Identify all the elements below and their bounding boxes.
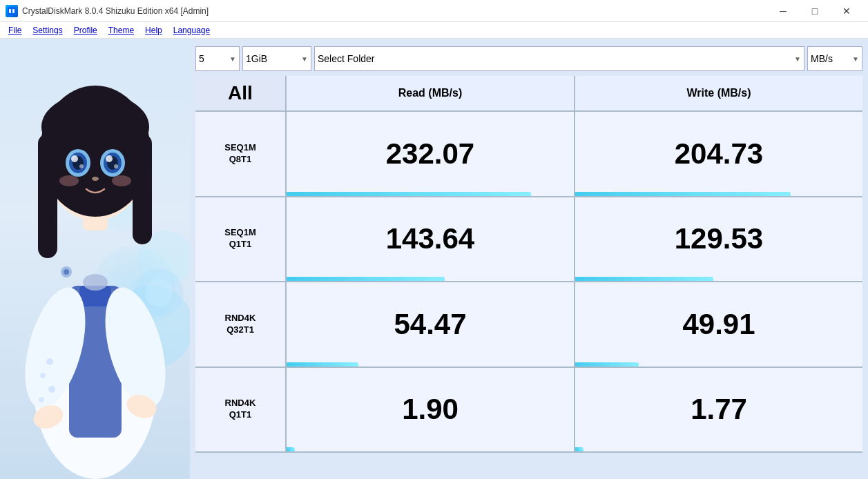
size-value: 1GiB xyxy=(246,53,267,64)
row-4-label: RND4K Q1T1 xyxy=(195,368,285,452)
folder-select[interactable]: Select Folder ▼ xyxy=(314,46,804,71)
write-header: Write (MB/s) xyxy=(686,87,751,99)
row-4-write-cell: 1.77 xyxy=(575,368,862,452)
row-4-read-cell: 1.90 xyxy=(287,368,574,452)
runs-value: 5 xyxy=(199,53,204,64)
menu-help[interactable]: Help xyxy=(139,24,168,37)
size-chevron-icon: ▼ xyxy=(301,55,308,63)
svg-point-6 xyxy=(145,279,173,306)
row-1-label-line1: SEQ1M xyxy=(224,142,256,154)
svg-point-43 xyxy=(48,386,55,393)
maximize-button[interactable]: □ xyxy=(799,0,831,22)
row-3-write-value: 49.91 xyxy=(682,310,755,339)
row-2-label-line1: SEQ1M xyxy=(224,227,256,239)
bottom-row xyxy=(195,453,862,473)
row-2-read-cell: 143.64 xyxy=(287,197,574,282)
svg-point-35 xyxy=(112,175,131,186)
svg-rect-1 xyxy=(9,9,11,13)
row-3-label-line1: RND4K xyxy=(225,313,256,324)
row-4-label-line2: Q1T1 xyxy=(229,409,252,421)
close-button[interactable]: ✕ xyxy=(831,0,862,22)
row-1-write-value: 204.73 xyxy=(675,139,763,168)
svg-point-26 xyxy=(71,155,78,162)
row-1-write-cell: 204.73 xyxy=(575,112,862,196)
size-select[interactable]: 1GiB ▼ xyxy=(242,46,311,71)
title-bar: CrystalDiskMark 8.0.4 Shizuku Edition x6… xyxy=(0,0,868,22)
runs-select[interactable]: 5 ▼ xyxy=(195,46,240,71)
svg-point-27 xyxy=(79,164,84,168)
read-header: Read (MB/s) xyxy=(398,87,462,99)
svg-point-17 xyxy=(41,92,149,162)
row-1-read-bar xyxy=(287,192,531,196)
svg-point-42 xyxy=(40,373,46,378)
benchmark-panel: 5 ▼ 1GiB ▼ Select Folder ▼ MB/s ▼ A xyxy=(190,39,868,479)
row-3-label-line2: Q32T1 xyxy=(226,324,254,336)
row-4-read-value: 1.90 xyxy=(402,395,459,424)
unit-chevron-icon: ▼ xyxy=(852,55,859,63)
svg-point-41 xyxy=(46,358,53,365)
row-1-read-value: 232.07 xyxy=(386,139,474,168)
folder-chevron-icon: ▼ xyxy=(794,55,801,63)
svg-rect-0 xyxy=(8,7,16,15)
row-4-read-bar xyxy=(287,447,295,451)
menu-file[interactable]: File xyxy=(3,24,27,37)
menu-theme[interactable]: Theme xyxy=(103,24,139,37)
svg-point-32 xyxy=(114,164,118,168)
row-2-write-value: 129.53 xyxy=(675,224,763,253)
svg-rect-16 xyxy=(133,134,152,244)
svg-point-44 xyxy=(39,397,44,402)
row-1-read-cell: 232.07 xyxy=(287,112,574,196)
toolbar-row: 5 ▼ 1GiB ▼ Select Folder ▼ MB/s ▼ xyxy=(195,44,862,73)
svg-point-31 xyxy=(106,155,113,162)
svg-point-33 xyxy=(92,177,99,181)
all-label[interactable]: All xyxy=(228,84,253,103)
menu-language[interactable]: Language xyxy=(168,24,215,37)
corner-cell: All xyxy=(195,76,285,110)
menu-profile[interactable]: Profile xyxy=(68,24,103,37)
character-art xyxy=(0,51,190,479)
row-2-label: SEQ1M Q1T1 xyxy=(195,197,285,282)
row-3-read-cell: 54.47 xyxy=(287,282,574,366)
row-2-write-cell: 129.53 xyxy=(575,197,862,282)
row-2-read-bar xyxy=(287,277,445,281)
menu-bar: File Settings Profile Theme Help Languag… xyxy=(0,22,868,39)
svg-rect-2 xyxy=(12,9,15,13)
row-2-label-line2: Q1T1 xyxy=(229,239,252,251)
runs-chevron-icon: ▼ xyxy=(229,55,236,63)
menu-settings[interactable]: Settings xyxy=(27,24,68,37)
row-3-read-bar xyxy=(287,362,358,366)
character-panel xyxy=(0,39,190,479)
svg-point-34 xyxy=(59,175,79,186)
folder-value: Select Folder xyxy=(318,53,374,64)
app-icon xyxy=(6,5,18,17)
row-1-write-bar xyxy=(575,192,791,196)
unit-value: MB/s xyxy=(811,53,833,64)
svg-point-36 xyxy=(83,274,108,291)
main-content: 5 ▼ 1GiB ▼ Select Folder ▼ MB/s ▼ A xyxy=(0,39,868,479)
read-header-cell: Read (MB/s) xyxy=(287,76,574,110)
window-title: CrystalDiskMark 8.0.4 Shizuku Edition x6… xyxy=(22,6,209,16)
row-4-label-line1: RND4K xyxy=(225,398,256,409)
svg-point-38 xyxy=(64,269,69,275)
benchmark-grid: All Read (MB/s) Write (MB/s) SEQ1M Q8T1 … xyxy=(195,76,862,473)
row-2-write-bar xyxy=(575,277,713,281)
row-4-write-bar xyxy=(575,447,584,451)
row-3-write-bar xyxy=(575,362,639,366)
minimize-button[interactable]: ─ xyxy=(767,0,799,22)
row-3-write-cell: 49.91 xyxy=(575,282,862,366)
write-header-cell: Write (MB/s) xyxy=(575,76,862,110)
svg-rect-15 xyxy=(38,134,57,258)
row-3-read-value: 54.47 xyxy=(394,310,466,339)
row-1-label-line2: Q8T1 xyxy=(229,154,252,166)
row-3-label: RND4K Q32T1 xyxy=(195,282,285,366)
window-controls: ─ □ ✕ xyxy=(767,0,862,22)
unit-select[interactable]: MB/s ▼ xyxy=(807,46,862,71)
row-1-label: SEQ1M Q8T1 xyxy=(195,112,285,196)
row-2-read-value: 143.64 xyxy=(386,224,474,253)
row-4-write-value: 1.77 xyxy=(691,395,747,424)
title-bar-left: CrystalDiskMark 8.0.4 Shizuku Edition x6… xyxy=(6,5,209,17)
